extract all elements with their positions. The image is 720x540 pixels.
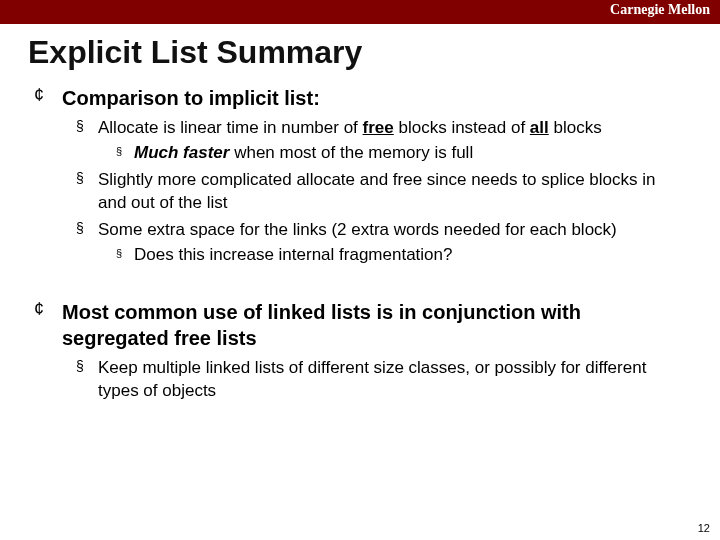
text-fragment: blocks xyxy=(549,118,602,137)
header-bar: Carnegie Mellon xyxy=(0,0,720,24)
sub-bullet-allocate: Allocate is linear time in number of fre… xyxy=(76,117,680,165)
sub-bullet-complicated: Slightly more complicated allocate and f… xyxy=(76,169,680,215)
bullet-label: Comparison to implicit list: xyxy=(62,85,680,111)
slide-body: Comparison to implicit list: Allocate is… xyxy=(34,85,680,403)
text-muchfaster: Much faster xyxy=(134,143,229,162)
subsub-bullet-faster: Much faster when most of the memory is f… xyxy=(116,142,680,165)
bullet-mostcommon: Most common use of linked lists is in co… xyxy=(34,299,680,403)
text-fragment: blocks instead of xyxy=(394,118,530,137)
text-fragment: Allocate is linear time in number of xyxy=(98,118,363,137)
brand-text: Carnegie Mellon xyxy=(610,2,710,18)
text-free: free xyxy=(363,118,394,137)
sub-bullet-extraspace: Some extra space for the links (2 extra … xyxy=(76,219,680,267)
text-fragment: Some extra space for the links (2 extra … xyxy=(98,220,617,239)
bullet-label: Most common use of linked lists is in co… xyxy=(62,299,680,351)
sub-bullet-keepmultiple: Keep multiple linked lists of different … xyxy=(76,357,680,403)
slide-title: Explicit List Summary xyxy=(28,34,720,71)
page-number: 12 xyxy=(698,522,710,534)
text-fragment: when most of the memory is full xyxy=(229,143,473,162)
text-all: all xyxy=(530,118,549,137)
bullet-comparison: Comparison to implicit list: Allocate is… xyxy=(34,85,680,267)
subsub-bullet-frag: Does this increase internal fragmentatio… xyxy=(116,244,680,267)
